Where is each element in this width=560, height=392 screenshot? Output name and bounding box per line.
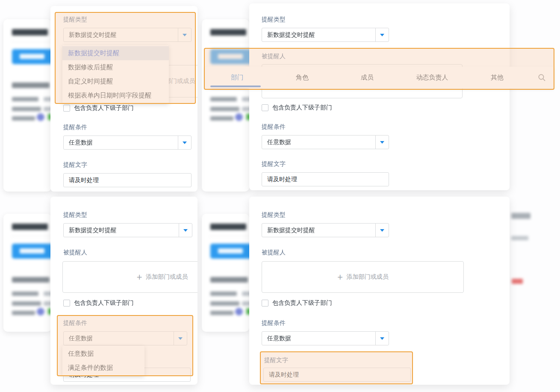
blurred-content bbox=[3, 19, 51, 192]
blurred-row bbox=[12, 107, 41, 111]
select-caret-button[interactable] bbox=[375, 28, 389, 41]
blurred-row bbox=[210, 97, 237, 101]
add-member-box[interactable]: + 添加部门或成员 bbox=[62, 261, 197, 293]
blurred-row bbox=[12, 292, 38, 296]
reminder-type-select-value: 新数据提交时提醒 bbox=[262, 227, 375, 234]
select-caret-button[interactable] bbox=[375, 332, 389, 345]
reminder-type-select-value: 新数据提交时提醒 bbox=[262, 31, 375, 39]
include-sub-label: 包含负责人下级子部门 bbox=[272, 299, 332, 307]
select-caret-button[interactable] bbox=[179, 224, 192, 237]
blurred-row bbox=[12, 116, 35, 121]
include-sub-checkbox[interactable] bbox=[262, 104, 268, 111]
select-caret-button[interactable] bbox=[375, 224, 389, 237]
blurred-row-value bbox=[242, 97, 249, 101]
include-sub-row: 包含负责人下级子部门 bbox=[63, 299, 134, 307]
chevron-down-icon bbox=[380, 337, 384, 340]
blurred-green-chip bbox=[246, 308, 249, 315]
blurred-section-heading bbox=[12, 83, 50, 88]
include-sub-row: 包含负责人下级子部门 bbox=[262, 299, 332, 307]
blurred-button-label bbox=[20, 54, 44, 59]
divider bbox=[11, 236, 51, 236]
select-caret-button[interactable] bbox=[375, 136, 389, 149]
blurred-section-heading bbox=[12, 277, 50, 283]
reminder-condition-select-value: 任意数据 bbox=[262, 139, 375, 146]
plus-icon: + bbox=[136, 273, 142, 281]
reminder-condition-select[interactable]: 任意数据 bbox=[63, 136, 192, 150]
highlight-box-reminder-condition bbox=[57, 315, 193, 376]
reminder-condition-select-value: 任意数据 bbox=[64, 139, 178, 147]
blurred-row-value bbox=[242, 107, 249, 111]
include-sub-row: 包含负责人下级子部门 bbox=[262, 104, 332, 112]
blurred-text-fragment bbox=[511, 213, 531, 219]
blurred-primary-button bbox=[210, 244, 249, 259]
divider bbox=[11, 41, 51, 42]
reminder-type-label: 提醒类型 bbox=[262, 16, 286, 24]
include-sub-checkbox[interactable] bbox=[63, 105, 70, 112]
divider bbox=[209, 236, 249, 236]
blurred-avatar bbox=[235, 113, 243, 121]
reminder-type-select[interactable]: 新数据提交时提醒 bbox=[262, 28, 389, 42]
reminder-type-label: 提醒类型 bbox=[63, 211, 87, 219]
highlight-box-reminder-type bbox=[55, 12, 196, 104]
blurred-content bbox=[202, 214, 249, 332]
blurred-row bbox=[210, 301, 239, 306]
add-member-label: 添加部门或成员 bbox=[146, 273, 188, 281]
reminder-type-label: 提醒类型 bbox=[262, 211, 286, 219]
reminder-type-select[interactable]: 新数据提交时提醒 bbox=[63, 223, 192, 237]
reminder-text-label: 提醒文字 bbox=[262, 160, 286, 168]
blurred-avatar bbox=[37, 308, 44, 315]
highlight-box-reminder-text bbox=[260, 351, 413, 384]
reminder-text-input[interactable]: 请及时处理 bbox=[63, 173, 192, 187]
blurred-row bbox=[12, 301, 41, 306]
blurred-text-fragment bbox=[511, 236, 528, 240]
reminder-condition-label: 提醒条件 bbox=[262, 319, 286, 327]
blurred-primary-button bbox=[12, 49, 51, 64]
chevron-down-icon bbox=[183, 229, 188, 232]
include-sub-label: 包含负责人下级子部门 bbox=[272, 104, 332, 112]
blurred-row bbox=[12, 311, 35, 315]
blurred-background-card bbox=[3, 214, 51, 332]
blurred-primary-button bbox=[12, 244, 51, 259]
reminder-type-select[interactable]: 新数据提交时提醒 bbox=[262, 223, 389, 237]
chevron-down-icon bbox=[380, 141, 384, 144]
select-caret-button[interactable] bbox=[178, 136, 191, 149]
add-member-box[interactable]: + 添加部门或成员 bbox=[262, 261, 464, 293]
blurred-background-card bbox=[202, 19, 249, 192]
reminder-condition-label: 提醒条件 bbox=[262, 123, 286, 131]
blurred-row bbox=[210, 116, 233, 121]
include-sub-label: 包含负责人下级子部门 bbox=[74, 299, 134, 307]
blurred-button-label bbox=[218, 248, 243, 253]
blurred-title bbox=[12, 224, 48, 230]
reminder-text-input[interactable]: 请及时处理 bbox=[262, 172, 389, 186]
include-sub-checkbox[interactable] bbox=[262, 300, 268, 307]
blurred-row bbox=[210, 107, 239, 111]
plus-icon: + bbox=[337, 273, 343, 281]
divider bbox=[209, 41, 249, 42]
reminder-condition-select[interactable]: 任意数据 bbox=[262, 331, 389, 345]
blurred-section-heading bbox=[210, 277, 248, 283]
blurred-row-value bbox=[242, 292, 249, 296]
blurred-row bbox=[12, 97, 38, 101]
reminder-text-label: 提醒文字 bbox=[63, 161, 87, 169]
blurred-title bbox=[12, 29, 48, 35]
include-sub-row: 包含负责人下级子部门 bbox=[63, 104, 134, 112]
blurred-title bbox=[210, 224, 246, 230]
highlight-box-member-tabs bbox=[204, 48, 554, 90]
reminder-condition-label: 提醒条件 bbox=[63, 124, 87, 131]
blurred-title bbox=[210, 29, 246, 35]
blurred-avatar bbox=[235, 308, 243, 315]
blurred-row-value bbox=[242, 301, 249, 306]
blurred-background-card bbox=[3, 19, 51, 192]
reminder-condition-select[interactable]: 任意数据 bbox=[262, 135, 389, 149]
quadrant-member-tabs-card: 提醒类型 新数据提交时提醒 被提醒人 包含负责人下级子部门 提醒条件 任意数据 … bbox=[249, 3, 510, 190]
reminder-type-select-value: 新数据提交时提醒 bbox=[64, 227, 179, 234]
blurred-avatar bbox=[37, 113, 44, 121]
blurred-red-text-fragment bbox=[512, 279, 523, 284]
composite-screenshot: 提醒类型 新数据提交时提醒 + 添加部门或成员 包含负责人下级子部门 提醒条件 … bbox=[0, 0, 560, 392]
add-member-label: 添加部门或成员 bbox=[347, 273, 389, 281]
blurred-row bbox=[210, 311, 233, 315]
chevron-down-icon bbox=[380, 229, 384, 232]
include-sub-label: 包含负责人下级子部门 bbox=[74, 104, 134, 112]
blurred-button-label bbox=[20, 248, 44, 253]
include-sub-checkbox[interactable] bbox=[63, 300, 70, 307]
